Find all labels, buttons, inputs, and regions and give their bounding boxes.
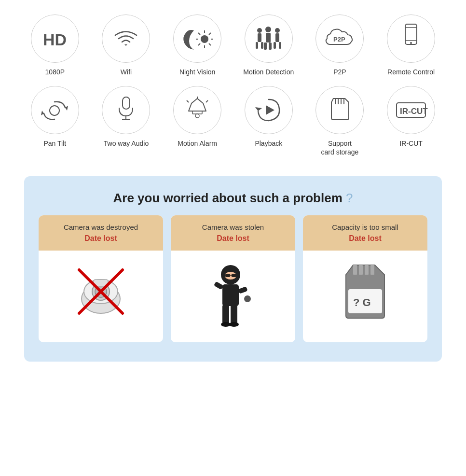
feature-circle-card-storage — [315, 86, 364, 134]
feature-label-two-way-audio: Two way Audio — [104, 139, 149, 148]
svg-text:IR-CUT: IR-CUT — [400, 107, 428, 116]
svg-marker-28 — [41, 111, 44, 115]
feature-motion-alarm: Motion Alarm — [166, 86, 229, 148]
feature-p2p: P2P P2P — [308, 14, 371, 76]
svg-rect-67 — [359, 265, 363, 275]
feature-label-motion-alarm: Motion Alarm — [178, 139, 217, 148]
svg-rect-21 — [279, 42, 281, 49]
svg-rect-20 — [274, 42, 276, 49]
svg-rect-56 — [232, 274, 236, 277]
svg-rect-30 — [123, 97, 130, 109]
features-row-1: HD 1080P Wifi — [19, 14, 447, 76]
remote-control-icon — [401, 23, 421, 55]
problem-title: Are you worried about such a problem ? — [39, 191, 427, 206]
svg-rect-68 — [365, 265, 369, 275]
problem-cards: Camera was destroyed Date lost — [39, 215, 427, 342]
svg-marker-27 — [65, 106, 68, 111]
feature-label-playback: Playback — [255, 139, 282, 148]
sdcard-illustration: ? G — [339, 260, 392, 323]
thief-illustration — [204, 260, 262, 333]
feature-remote-control: Remote Control — [380, 14, 442, 76]
svg-marker-38 — [255, 107, 262, 111]
svg-line-35 — [187, 100, 189, 102]
feature-hd: HD 1080P — [24, 14, 86, 76]
hd-icon: HD — [41, 28, 69, 50]
svg-line-8 — [198, 43, 200, 45]
card-title-stolen: Camera was stolen — [177, 223, 289, 231]
camera-destroyed-illustration — [69, 260, 132, 323]
feature-label-remote-control: Remote Control — [387, 68, 435, 76]
feature-circle-wifi — [102, 14, 150, 63]
svg-rect-66 — [353, 265, 357, 275]
svg-rect-19 — [275, 33, 279, 42]
svg-rect-11 — [258, 33, 261, 42]
features-row-2: Pan Tilt Two way Audio — [19, 86, 447, 156]
svg-rect-55 — [225, 274, 230, 277]
feature-playback: Playback — [237, 86, 300, 148]
feature-label-ir-cut: IR-CUT — [399, 139, 422, 148]
night-vision-icon — [180, 26, 214, 52]
svg-point-61 — [244, 295, 251, 302]
svg-point-29 — [50, 106, 59, 115]
svg-rect-59 — [214, 281, 224, 290]
svg-rect-62 — [222, 305, 229, 324]
svg-rect-16 — [264, 42, 267, 50]
svg-rect-63 — [231, 305, 237, 324]
svg-line-9 — [209, 33, 211, 35]
card-storage-icon — [327, 96, 353, 125]
feature-ir-cut: IR-CUT IR-CUT — [380, 86, 442, 148]
svg-rect-17 — [269, 42, 272, 50]
feature-circle-p2p: P2P — [315, 14, 364, 63]
svg-point-14 — [265, 27, 271, 32]
ir-cut-icon: IR-CUT — [394, 100, 428, 120]
pan-tilt-icon — [39, 97, 70, 124]
svg-rect-58 — [222, 284, 239, 306]
svg-rect-60 — [238, 286, 247, 294]
two-way-audio-icon — [115, 95, 137, 126]
svg-rect-13 — [261, 42, 263, 49]
svg-rect-69 — [370, 265, 374, 275]
wifi-icon — [111, 27, 140, 51]
feature-circle-two-way-audio — [102, 86, 150, 134]
svg-text:P2P: P2P — [333, 36, 345, 43]
feature-label-card-storage: Support card storage — [321, 139, 359, 156]
feature-motion-detection: Motion Detection — [237, 14, 300, 76]
card-header-capacity: Capacity is too small Date lost — [303, 215, 427, 251]
svg-line-6 — [198, 33, 200, 35]
card-subtitle-stolen: Date lost — [177, 234, 289, 243]
card-subtitle-capacity: Date lost — [309, 234, 422, 243]
p2p-icon: P2P — [323, 24, 356, 53]
feature-label-p2p: P2P — [333, 68, 346, 76]
svg-point-34 — [195, 114, 199, 118]
card-body-destroyed — [39, 251, 163, 333]
question-mark: ? — [346, 191, 353, 205]
feature-label-hd: 1080P — [45, 68, 65, 76]
card-body-capacity: ? G — [303, 251, 427, 333]
card-header-stolen: Camera was stolen Date lost — [171, 215, 295, 251]
svg-rect-15 — [266, 33, 271, 42]
svg-point-26 — [410, 42, 412, 44]
feature-circle-night-vision — [173, 14, 221, 63]
feature-circle-motion-alarm — [173, 86, 221, 134]
feature-label-motion-detection: Motion Detection — [243, 68, 294, 76]
card-subtitle-destroyed: Date lost — [44, 234, 157, 243]
feature-wifi: Wifi — [95, 14, 157, 76]
feature-circle-playback — [245, 86, 293, 134]
svg-point-1 — [201, 35, 208, 43]
feature-card-storage: Support card storage — [308, 86, 371, 156]
feature-circle-hd: HD — [31, 14, 79, 63]
feature-circle-ir-cut: IR-CUT — [387, 86, 435, 134]
playback-icon — [254, 96, 283, 125]
svg-line-7 — [209, 43, 211, 45]
motion-alarm-icon — [182, 96, 213, 125]
svg-text:? G: ? G — [353, 296, 371, 308]
problem-card-destroyed: Camera was destroyed Date lost — [39, 215, 163, 342]
feature-circle-pan-tilt — [31, 86, 79, 134]
feature-label-pan-tilt: Pan Tilt — [43, 139, 66, 148]
svg-point-65 — [229, 322, 239, 327]
feature-night-vision: Night Vision — [166, 14, 229, 76]
problem-card-stolen: Camera was stolen Date lost — [171, 215, 295, 342]
card-header-destroyed: Camera was destroyed Date lost — [39, 215, 163, 251]
features-section: HD 1080P Wifi — [0, 0, 466, 176]
feature-pan-tilt: Pan Tilt — [24, 86, 86, 148]
